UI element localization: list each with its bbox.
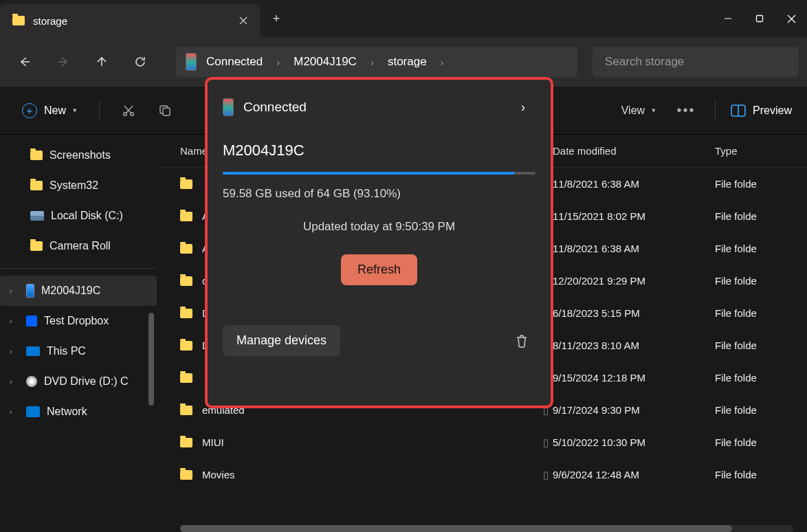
- file-date: 6/18/2023 5:15 PM: [553, 307, 715, 319]
- file-name: Movies: [202, 469, 235, 480]
- sidebar: ScreenshotsSystem32Local Disk (C:)Camera…: [0, 135, 157, 532]
- file-date: 8/11/2023 8:10 AM: [553, 340, 715, 351]
- cut-button[interactable]: [115, 97, 142, 124]
- chevron-right-icon: ›: [10, 377, 19, 386]
- device-icon: [223, 98, 234, 116]
- forward-button[interactable]: [47, 45, 80, 78]
- device-icon: [186, 53, 197, 71]
- svg-point-2: [131, 112, 134, 115]
- col-type[interactable]: Type: [715, 145, 807, 157]
- svg-rect-3: [163, 108, 170, 115]
- breadcrumb-seg[interactable]: M2004J19C: [287, 55, 364, 69]
- folder-icon: [12, 16, 25, 25]
- more-button[interactable]: •••: [672, 97, 700, 124]
- storage-progress: [223, 172, 535, 175]
- file-type: File folde: [715, 243, 807, 254]
- chevron-right-icon: ›: [10, 317, 19, 325]
- chevron-right-icon: ›: [10, 408, 19, 416]
- sidebar-item-label: System32: [49, 179, 98, 192]
- file-date: 12/20/2021 9:29 PM: [553, 275, 715, 287]
- sidebar-item[interactable]: Camera Roll: [0, 231, 157, 261]
- file-type: File folde: [715, 307, 807, 319]
- tab-storage[interactable]: storage: [0, 4, 260, 37]
- up-button[interactable]: [85, 45, 118, 78]
- separator: [0, 268, 157, 269]
- trash-icon[interactable]: [508, 327, 535, 355]
- close-tab-icon[interactable]: [239, 16, 247, 25]
- refresh-button[interactable]: Refresh: [341, 254, 417, 285]
- file-type: File folde: [715, 275, 807, 287]
- file-date: 9/17/2024 9:30 PM: [553, 404, 715, 416]
- preview-button[interactable]: Preview: [731, 104, 792, 117]
- sidebar-item[interactable]: System32: [0, 170, 157, 201]
- sidebar-item[interactable]: ›M2004J19C: [0, 276, 157, 306]
- table-row[interactable]: Movies▯ 9/6/2024 12:48 AM File folde: [157, 458, 807, 491]
- back-button[interactable]: [8, 45, 41, 78]
- file-type: File folde: [715, 436, 807, 448]
- file-date: 5/10/2022 10:30 PM: [553, 436, 715, 448]
- device-popup: Connected › M2004J19C 59.58 GB used of 6…: [205, 77, 553, 408]
- new-button[interactable]: + New ▾: [15, 99, 84, 122]
- chevron-right-icon[interactable]: ›: [511, 95, 535, 120]
- folder-icon: [180, 276, 192, 286]
- sidebar-item-label: Network: [47, 406, 87, 418]
- view-button[interactable]: View▾: [615, 100, 663, 121]
- copy-button[interactable]: [152, 97, 179, 124]
- titlebar: storage +: [0, 0, 807, 37]
- folder-icon: [180, 179, 192, 189]
- folder-icon: [180, 212, 192, 221]
- file-name: MIUI: [202, 436, 224, 448]
- sidebar-item-label: M2004J19C: [41, 285, 100, 297]
- breadcrumb[interactable]: Connected › M2004J19C › storage ›: [176, 47, 577, 77]
- preview-icon: [731, 104, 746, 117]
- storage-usage: 59.58 GB used of 64 GB (93.10%): [223, 187, 535, 201]
- table-row[interactable]: MIUI▯ 5/10/2022 10:30 PM File folde: [157, 426, 807, 458]
- plus-circle-icon: +: [22, 103, 37, 118]
- maximize-button[interactable]: [744, 0, 775, 37]
- file-date: 11/8/2021 6:38 AM: [553, 178, 715, 190]
- breadcrumb-seg[interactable]: storage: [381, 55, 434, 69]
- device-name: M2004J19C: [223, 142, 535, 159]
- chevron-right-icon: ›: [10, 287, 19, 295]
- sidebar-item[interactable]: ›Test Dropbox: [0, 306, 157, 336]
- sidebar-item-label: This PC: [47, 345, 86, 357]
- svg-rect-0: [757, 16, 763, 22]
- refresh-nav-button[interactable]: [124, 45, 157, 78]
- file-type: File folde: [715, 210, 807, 222]
- sidebar-item[interactable]: Local Disk (C:): [0, 201, 157, 231]
- chevron-right-icon: ›: [272, 56, 284, 68]
- tab-title: storage: [33, 15, 67, 27]
- device-badge-icon: ▯: [539, 436, 553, 449]
- folder-icon: [180, 341, 192, 351]
- sidebar-item-label: Test Dropbox: [44, 315, 109, 327]
- svg-point-1: [124, 112, 127, 115]
- folder-icon: [180, 309, 192, 318]
- close-window-button[interactable]: [775, 0, 807, 37]
- sidebar-item[interactable]: ›This PC: [0, 336, 157, 366]
- col-date[interactable]: Date modified: [553, 145, 715, 157]
- sidebar-item[interactable]: ›Network: [0, 397, 157, 427]
- file-date: 11/8/2021 6:38 AM: [553, 243, 715, 254]
- separator: [715, 100, 716, 121]
- sidebar-item-label: Camera Roll: [49, 240, 111, 252]
- folder-icon: [180, 373, 192, 383]
- breadcrumb-seg[interactable]: Connected: [199, 55, 269, 69]
- chevron-right-icon: ›: [366, 56, 378, 68]
- sidebar-item[interactable]: ›DVD Drive (D:) C: [0, 366, 157, 397]
- sidebar-scrollbar[interactable]: [148, 313, 154, 406]
- search-input[interactable]: Search storage: [593, 47, 799, 77]
- folder-icon: [180, 470, 192, 480]
- separator: [99, 100, 100, 121]
- file-type: File folde: [715, 469, 807, 480]
- file-type: File folde: [715, 178, 807, 190]
- horizontal-scrollbar[interactable]: [180, 525, 793, 532]
- updated-text: Updated today at 9:50:39 PM: [223, 220, 535, 234]
- new-tab-button[interactable]: +: [260, 0, 293, 37]
- sidebar-item-label: Local Disk (C:): [51, 210, 123, 222]
- minimize-button[interactable]: [712, 0, 744, 37]
- sidebar-item[interactable]: Screenshots: [0, 140, 157, 170]
- file-date: 9/15/2024 12:18 PM: [553, 372, 715, 384]
- manage-devices-button[interactable]: Manage devices: [223, 325, 340, 356]
- chevron-right-icon: ›: [436, 56, 448, 68]
- file-date: 9/6/2024 12:48 AM: [553, 469, 715, 480]
